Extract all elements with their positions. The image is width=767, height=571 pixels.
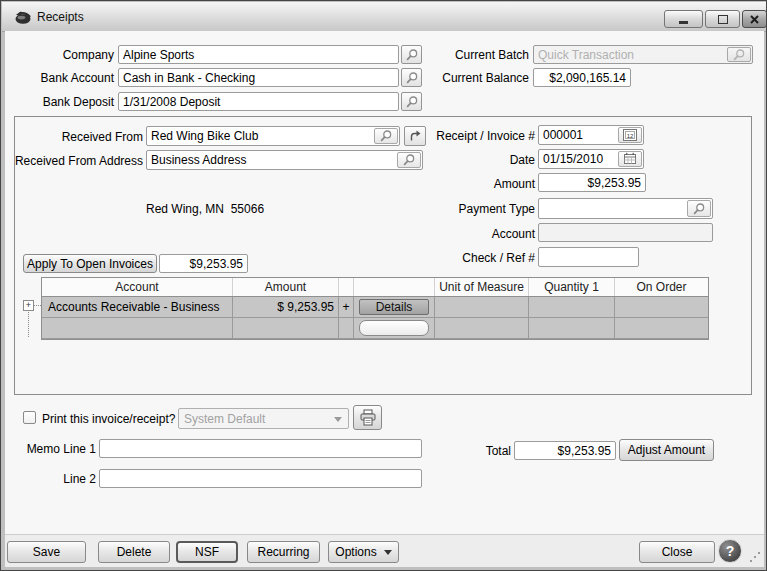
restore-button[interactable] xyxy=(705,10,740,28)
cell-unit-of-measure[interactable] xyxy=(435,297,529,318)
cell-amount[interactable] xyxy=(233,318,339,339)
company-label: Company xyxy=(15,48,114,62)
received-from-input[interactable] xyxy=(147,127,399,145)
tree-line-horizontal xyxy=(34,305,41,306)
delete-button[interactable]: Delete xyxy=(98,541,170,563)
cell-quantity[interactable] xyxy=(529,297,615,318)
adjust-amount-button[interactable]: Adjust Amount xyxy=(619,439,714,461)
account-label: Account xyxy=(421,227,535,241)
apply-to-open-invoices-button[interactable]: Apply To Open Invoices xyxy=(23,254,157,273)
chevron-down-icon xyxy=(384,550,392,555)
restore-icon xyxy=(718,15,728,24)
auto-number-icon: 12 xyxy=(622,128,638,142)
cell-details: Details xyxy=(354,297,435,318)
cell-plus[interactable]: + xyxy=(339,297,354,318)
account-field xyxy=(538,223,713,242)
receipt-invoice-field[interactable]: 12 xyxy=(538,125,644,145)
details-button[interactable]: Details xyxy=(359,299,429,315)
search-icon xyxy=(402,153,416,167)
calendar-icon xyxy=(622,152,638,166)
printer-icon xyxy=(359,409,377,426)
current-batch-field xyxy=(533,45,753,64)
svg-text:12: 12 xyxy=(627,133,634,139)
received-from-address-input[interactable] xyxy=(147,151,422,169)
row-expander[interactable]: + xyxy=(23,300,34,311)
cell-quantity[interactable] xyxy=(529,318,615,339)
bank-deposit-label: Bank Deposit xyxy=(15,95,114,109)
cell-account[interactable] xyxy=(42,318,233,339)
save-button[interactable]: Save xyxy=(7,541,86,563)
bank-account-field[interactable] xyxy=(118,68,399,87)
apply-amount-field[interactable] xyxy=(159,254,248,273)
received-from-address-field[interactable] xyxy=(146,150,423,170)
cell-amount[interactable]: $ 9,253.95 xyxy=(233,297,339,318)
received-from-lookup-button[interactable] xyxy=(374,128,398,144)
receipt-invoice-label: Receipt / Invoice # xyxy=(421,129,535,143)
amount-field[interactable] xyxy=(538,173,646,192)
recurring-button[interactable]: Recurring xyxy=(247,541,320,563)
header-on-order: On Order xyxy=(615,278,708,296)
receipts-window: Receipts Company Bank Account Bank D xyxy=(0,0,767,571)
header-details xyxy=(354,278,435,296)
cell-account[interactable]: Accounts Receivable - Business xyxy=(42,297,233,318)
search-icon xyxy=(405,95,419,109)
options-button-label: Options xyxy=(335,545,376,559)
payment-type-label: Payment Type xyxy=(421,202,535,216)
company-field[interactable] xyxy=(118,45,399,64)
check-ref-field[interactable] xyxy=(538,247,639,267)
memo-line1-label: Memo Line 1 xyxy=(1,442,96,456)
received-from-address-label: Received From Address xyxy=(7,154,143,168)
search-icon xyxy=(732,48,746,62)
header-unit-of-measure: Unit of Measure xyxy=(435,278,529,296)
minimize-button[interactable] xyxy=(664,10,703,28)
receipts-app-icon xyxy=(13,10,32,25)
bank-deposit-lookup-button[interactable] xyxy=(401,92,422,111)
print-button[interactable] xyxy=(353,405,382,430)
window-title: Receipts xyxy=(37,10,84,24)
calendar-button[interactable] xyxy=(618,151,642,167)
grid-row-1: Accounts Receivable - Business $ 9,253.9… xyxy=(42,297,708,318)
auto-number-button[interactable]: 12 xyxy=(618,127,642,143)
company-lookup-button[interactable] xyxy=(401,45,422,64)
memo-line2-label: Line 2 xyxy=(1,472,96,486)
bank-account-label: Bank Account xyxy=(15,71,114,85)
grid-header-row: Account Amount Unit of Measure Quantity … xyxy=(42,278,708,297)
total-label: Total xyxy=(456,444,511,458)
received-from-label: Received From xyxy=(15,130,143,144)
cell-plus[interactable] xyxy=(339,318,354,339)
print-invoice-label: Print this invoice/receipt? xyxy=(42,412,175,426)
amount-label: Amount xyxy=(421,177,535,191)
goto-arrow-icon xyxy=(408,129,422,143)
current-batch-label: Current Batch xyxy=(425,48,529,62)
titlebar[interactable]: Receipts xyxy=(2,2,766,32)
memo-line1-field[interactable] xyxy=(99,439,422,458)
header-plus xyxy=(339,278,354,296)
received-from-field[interactable] xyxy=(146,126,400,146)
memo-line2-field[interactable] xyxy=(99,469,422,488)
close-window-button[interactable] xyxy=(742,10,767,28)
total-field xyxy=(514,441,616,460)
header-amount: Amount xyxy=(233,278,339,296)
options-button[interactable]: Options xyxy=(328,541,399,563)
close-icon xyxy=(750,15,759,24)
help-button[interactable]: ? xyxy=(718,539,742,563)
date-field[interactable] xyxy=(538,149,644,169)
payment-type-lookup-button[interactable] xyxy=(687,200,711,217)
address-lookup-button[interactable] xyxy=(397,152,421,168)
current-batch-input xyxy=(534,46,752,63)
empty-details-button[interactable] xyxy=(359,320,429,336)
cell-on-order[interactable] xyxy=(615,318,708,339)
search-icon xyxy=(405,48,419,62)
payment-type-field[interactable] xyxy=(538,198,713,219)
city-state-zip-text: Red Wing, MN 55066 xyxy=(146,202,264,216)
cell-unit-of-measure[interactable] xyxy=(435,318,529,339)
bank-deposit-field[interactable] xyxy=(118,92,399,111)
print-invoice-checkbox[interactable] xyxy=(23,411,36,424)
resize-grip[interactable] xyxy=(750,560,752,562)
close-button[interactable]: Close xyxy=(639,541,715,563)
current-balance-label: Current Balance xyxy=(405,71,529,85)
date-label: Date xyxy=(421,153,535,167)
cell-on-order[interactable] xyxy=(615,297,708,318)
nsf-button[interactable]: NSF xyxy=(176,541,238,563)
search-icon xyxy=(692,202,706,216)
